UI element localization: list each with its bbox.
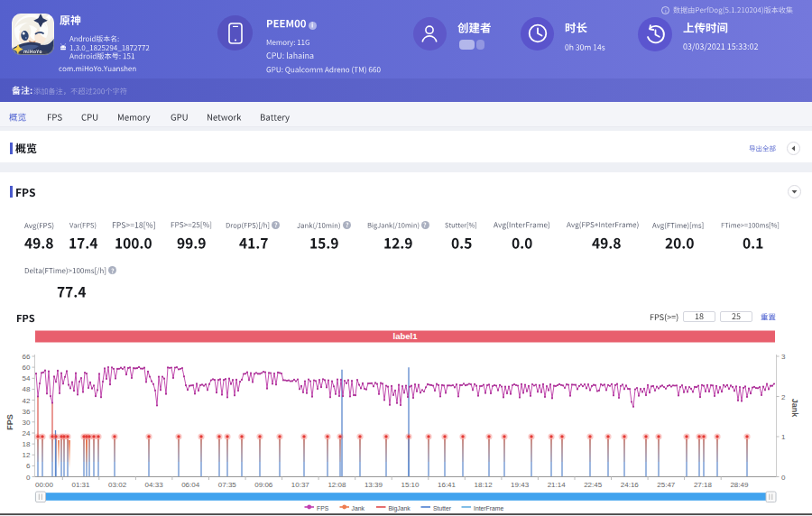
svg-text:2: 2 xyxy=(781,393,786,401)
svg-text:BigJank: BigJank xyxy=(389,505,411,512)
svg-text:03:02: 03:02 xyxy=(108,481,127,489)
svg-text:66: 66 xyxy=(23,353,31,361)
svg-text:Jank: Jank xyxy=(790,399,799,419)
svg-text:09:06: 09:06 xyxy=(254,481,273,489)
svg-text:30: 30 xyxy=(23,419,31,427)
svg-text:22:45: 22:45 xyxy=(584,481,603,489)
svg-text:24: 24 xyxy=(23,429,31,438)
svg-text:42: 42 xyxy=(23,397,31,405)
svg-text:13:39: 13:39 xyxy=(364,481,383,489)
svg-text:FPS: FPS xyxy=(5,414,14,430)
svg-text:25:47: 25:47 xyxy=(657,481,676,489)
svg-text:label1: label1 xyxy=(393,331,419,341)
svg-text:1: 1 xyxy=(781,433,786,441)
svg-text:0: 0 xyxy=(26,474,31,482)
svg-text:00:00: 00:00 xyxy=(35,481,54,489)
svg-text:10:37: 10:37 xyxy=(291,481,310,489)
svg-text:18:12: 18:12 xyxy=(475,481,494,489)
svg-text:04:33: 04:33 xyxy=(145,481,164,489)
svg-text:FPS: FPS xyxy=(317,505,329,511)
svg-text:19:43: 19:43 xyxy=(511,481,530,489)
svg-text:60: 60 xyxy=(23,364,31,372)
svg-text:21:14: 21:14 xyxy=(548,481,567,489)
svg-text:6: 6 xyxy=(26,462,31,470)
svg-text:54: 54 xyxy=(23,374,31,382)
svg-text:18: 18 xyxy=(23,440,31,448)
svg-text:01:31: 01:31 xyxy=(71,481,90,489)
svg-text:16:41: 16:41 xyxy=(438,481,457,489)
svg-text:Jank: Jank xyxy=(352,505,365,511)
svg-text:06:04: 06:04 xyxy=(181,481,200,489)
svg-text:27:18: 27:18 xyxy=(694,481,713,489)
svg-text:0: 0 xyxy=(781,474,786,482)
svg-text:Stutter: Stutter xyxy=(433,505,452,511)
svg-text:3: 3 xyxy=(781,353,786,361)
svg-text:24:16: 24:16 xyxy=(621,481,640,489)
svg-text:36: 36 xyxy=(23,408,31,416)
svg-text:48: 48 xyxy=(23,385,31,393)
svg-text:15:10: 15:10 xyxy=(401,481,420,489)
svg-text:12: 12 xyxy=(23,451,31,459)
svg-text:12:08: 12:08 xyxy=(328,481,346,489)
svg-text:07:35: 07:35 xyxy=(218,481,237,489)
svg-text:InterFrame: InterFrame xyxy=(474,505,503,511)
svg-text:28:49: 28:49 xyxy=(730,481,749,489)
